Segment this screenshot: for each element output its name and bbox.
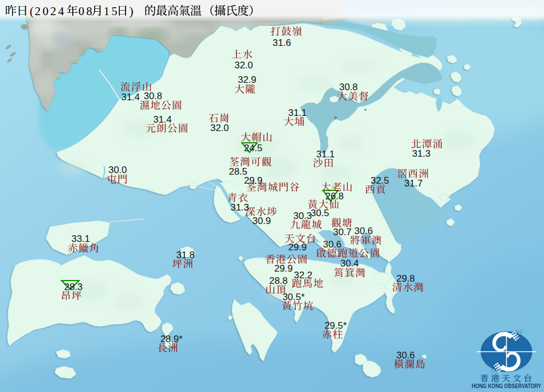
svg-text:31.8: 31.8 (176, 250, 194, 260)
svg-text:31.4: 31.4 (153, 114, 171, 125)
svg-text:30.9: 30.9 (252, 216, 271, 226)
svg-text:28.3: 28.3 (64, 282, 82, 292)
svg-text:30.5*: 30.5* (282, 292, 305, 302)
svg-text:2024: 2024 (35, 4, 66, 18)
svg-text:33.1: 33.1 (71, 234, 90, 244)
svg-text:(: ( (30, 4, 34, 18)
svg-text:32.0: 32.0 (210, 123, 229, 133)
svg-text:28.9*: 28.9* (160, 334, 183, 344)
svg-text:15: 15 (104, 4, 119, 18)
svg-text:29.5*: 29.5* (324, 320, 347, 331)
svg-text:HONG KONG OBSERVATORY: HONG KONG OBSERVATORY (472, 383, 541, 389)
svg-text:29.9: 29.9 (244, 175, 262, 186)
svg-text:29.9: 29.9 (288, 242, 306, 253)
svg-text:32.2: 32.2 (294, 270, 312, 281)
svg-text:31.4: 31.4 (121, 92, 140, 102)
svg-text:31.1: 31.1 (288, 108, 306, 118)
svg-text:30.6: 30.6 (396, 350, 415, 361)
svg-text:31.3: 31.3 (412, 148, 430, 159)
svg-text:31.3: 31.3 (230, 202, 249, 213)
svg-text:31.7: 31.7 (404, 178, 422, 189)
svg-text:30.6: 30.6 (323, 239, 341, 250)
svg-text:26.8: 26.8 (325, 191, 343, 202)
svg-text:30.3: 30.3 (293, 211, 311, 221)
svg-text:32.0: 32.0 (234, 60, 253, 71)
svg-text:32.9: 32.9 (238, 74, 256, 85)
svg-text:30.7: 30.7 (333, 227, 351, 237)
svg-text:30.8: 30.8 (339, 82, 357, 92)
svg-text:29.9: 29.9 (274, 263, 292, 274)
svg-text:31.1: 31.1 (316, 149, 334, 160)
svg-text:29.8: 29.8 (396, 273, 415, 284)
svg-text:): ) (129, 4, 133, 18)
svg-text:30.6: 30.6 (354, 226, 373, 236)
svg-text:30.8: 30.8 (143, 91, 162, 101)
svg-text:30.0: 30.0 (108, 165, 127, 175)
svg-text:08: 08 (78, 4, 94, 18)
svg-text:30.4: 30.4 (340, 258, 359, 269)
svg-text:32.5: 32.5 (370, 175, 389, 186)
svg-text:28.8: 28.8 (269, 276, 287, 286)
svg-text:24.5: 24.5 (244, 143, 262, 153)
svg-text:30.5: 30.5 (310, 208, 329, 218)
svg-text:31.6: 31.6 (272, 38, 291, 48)
